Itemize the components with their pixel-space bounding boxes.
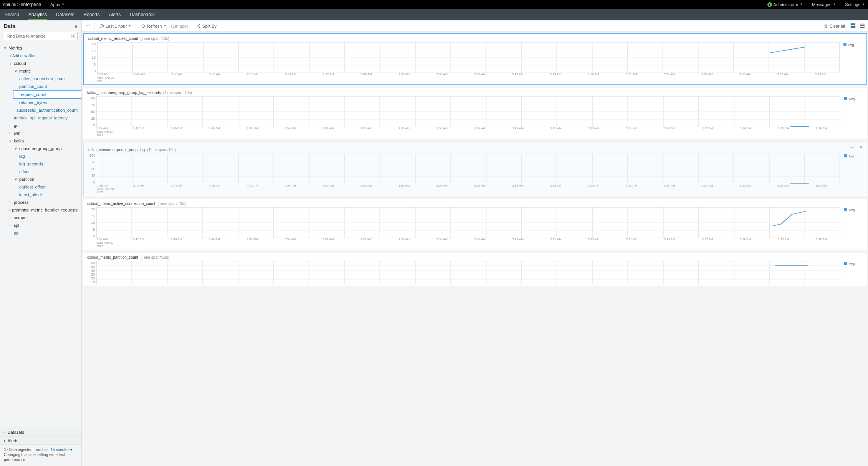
tree-cg-lag_seconds[interactable]: lag_seconds: [15, 160, 78, 168]
chart-card-0[interactable]: ccloud_metric_request_count(Time span=10…: [83, 33, 867, 85]
plot-area[interactable]: [96, 207, 840, 238]
admin-label: Administrator: [774, 2, 798, 7]
nav-reports[interactable]: Reports: [83, 9, 99, 20]
drag-handle[interactable]: ::::::::::::::: [88, 145, 863, 146]
ingest-time-link[interactable]: Last 15 minutes ▾: [42, 448, 72, 452]
tree-partition-latest_offset[interactable]: latest_offset: [15, 191, 78, 198]
tree-partition[interactable]: ∨partition: [15, 175, 78, 183]
chart-card-2[interactable]: ::::::::::::::⋯✕kafka_consumergroup_grou…: [83, 142, 867, 196]
tree-go[interactable]: ›go: [9, 122, 78, 129]
tree-metric-retained_bytes[interactable]: retained_bytes: [15, 99, 78, 106]
time-range-picker[interactable]: Last 1 hour▼: [98, 23, 133, 29]
legend: Avg: [840, 262, 863, 284]
chevron-right-icon: ›: [4, 430, 5, 435]
legend: Avg: [840, 154, 863, 184]
tree-metric-active_connection_count[interactable]: active_connection_count: [15, 75, 78, 83]
tree-kafka[interactable]: ∨kafka: [9, 137, 78, 145]
tree-metrics-api[interactable]: metrics_api_request_latency: [9, 114, 78, 122]
chart-card-4[interactable]: ccloud_metric_partition_count(Time span=…: [83, 253, 867, 286]
brand-logo[interactable]: splunk>enterprise: [3, 2, 41, 7]
svg-rect-5: [851, 23, 853, 25]
y-axis: 20151050: [87, 207, 96, 238]
y-axis: 20151050: [88, 42, 97, 73]
legend-color-icon: [844, 97, 847, 100]
caret-down-icon: ▼: [164, 24, 167, 28]
sidebar-datasets[interactable]: ›Datasets: [0, 428, 81, 436]
nav-datasets[interactable]: Datasets: [56, 9, 74, 20]
chart-title: ccloud_metric_active_connection_count(Ti…: [87, 202, 863, 206]
grid-view-icon[interactable]: [850, 23, 856, 29]
search-input[interactable]: [4, 34, 68, 38]
search-icon[interactable]: [68, 33, 77, 39]
x-axis: 2:39 AM Wed, Oct 20 20212:42 AM2:45 AM2:…: [97, 73, 840, 83]
chart-title: kafka_consumergroup_group_lag_seconds(Ti…: [87, 91, 863, 95]
nav-dashboards[interactable]: Dashboards: [130, 9, 155, 20]
settings-menu[interactable]: Settings▼: [845, 2, 865, 7]
tree-process[interactable]: ›process: [9, 198, 78, 206]
apps-menu[interactable]: Apps ▼: [50, 2, 65, 7]
tree-jvm[interactable]: ›jvm: [9, 129, 78, 137]
top-bar: splunk>enterprise Apps ▼ iAdministrator▼…: [0, 0, 868, 9]
tree-metric-partition_count[interactable]: partition_count: [15, 83, 78, 90]
list-view-icon[interactable]: [860, 23, 865, 29]
nav-analytics[interactable]: Analytics: [28, 9, 47, 20]
plot-area[interactable]: [97, 154, 840, 184]
plot-area[interactable]: [96, 261, 840, 284]
plot-area[interactable]: [97, 42, 840, 73]
chart-title: ccloud_metric_request_count(Time span=10…: [88, 36, 863, 41]
tree-metric[interactable]: ∨metric: [15, 67, 78, 75]
chevron-down-icon: ∨: [15, 69, 19, 73]
tree-spl[interactable]: ›spl: [9, 221, 78, 229]
chevron-right-icon: ›: [9, 124, 14, 127]
collapse-sidebar-icon[interactable]: «: [75, 23, 78, 29]
svg-point-4: [199, 27, 200, 28]
plot-area[interactable]: [96, 96, 840, 127]
chart-card-3[interactable]: ccloud_metric_active_connection_count(Ti…: [83, 199, 867, 250]
tree-scrape[interactable]: ›scrape: [9, 214, 78, 221]
caret-down-icon: ▼: [800, 3, 803, 6]
chart-card-1[interactable]: kafka_consumergroup_group_lag_seconds(Ti…: [83, 88, 867, 139]
split-icon: [196, 24, 200, 28]
chevron-right-icon: ›: [9, 208, 12, 212]
svg-line-1: [73, 36, 75, 38]
caret-down-icon: ▼: [862, 3, 865, 6]
tree-cg-offset[interactable]: offset: [15, 168, 78, 175]
refresh-ago: (1m ago): [171, 24, 188, 28]
messages-menu[interactable]: Messages▼: [812, 2, 836, 7]
nav-alerts[interactable]: Alerts: [109, 9, 121, 20]
tree-up[interactable]: up: [9, 229, 78, 237]
legend: Avg: [840, 43, 863, 73]
tree-metric-request_count[interactable]: request_count: [13, 90, 81, 99]
caret-down-icon: ▼: [128, 24, 131, 28]
clear-icon: [823, 24, 828, 28]
legend-color-icon: [843, 43, 846, 46]
refresh-button[interactable]: Refresh▼: [139, 23, 168, 29]
y-axis: 1007550250: [88, 154, 97, 184]
more-icon[interactable]: ⋯: [850, 145, 855, 150]
tree-ccloud[interactable]: ∨ccloud: [9, 59, 78, 67]
brand-chevron-icon: >: [17, 2, 20, 7]
legend-color-icon: [844, 208, 847, 211]
sidebar-alerts[interactable]: ›Alerts: [0, 436, 81, 445]
nav-search[interactable]: Search: [5, 9, 19, 20]
undo-icon[interactable]: ↶: [85, 23, 91, 29]
legend: Avg: [840, 208, 863, 238]
svg-rect-6: [853, 23, 855, 25]
charts-container: ccloud_metric_request_count(Time span=10…: [82, 32, 868, 466]
tree-cg-lag[interactable]: lag: [15, 152, 78, 160]
split-by-button[interactable]: Split By: [194, 23, 218, 29]
administrator-menu[interactable]: iAdministrator▼: [767, 2, 803, 7]
legend-color-icon: [844, 262, 847, 265]
clear-all-button[interactable]: Clear all: [822, 23, 846, 29]
tree-partition-earliest_offset[interactable]: earliest_offset: [15, 183, 78, 191]
close-icon[interactable]: ✕: [859, 145, 863, 150]
nav-bar: SearchAnalyticsDatasetsReportsAlertsDash…: [0, 9, 868, 20]
add-filter-link[interactable]: + Add new filter: [9, 52, 78, 59]
messages-label: Messages: [812, 2, 831, 7]
refresh-icon: [141, 24, 146, 28]
tree-promhttp[interactable]: ›promhttp_metric_handler_requests: [9, 206, 78, 214]
tree-metric-successful_authentication_count[interactable]: successful_authentication_count: [15, 106, 78, 114]
chevron-right-icon: ›: [4, 438, 5, 443]
tree-metrics[interactable]: ∨Metrics: [4, 44, 78, 52]
tree-consumergroup[interactable]: ∨consumergroup_group: [15, 145, 78, 152]
